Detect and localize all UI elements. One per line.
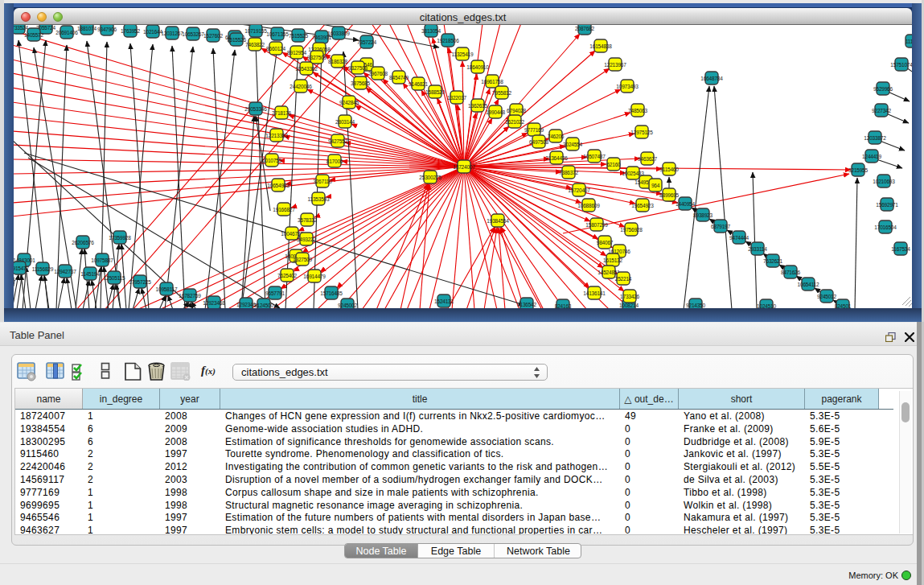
svg-text:746206: 746206 xyxy=(548,134,565,139)
svg-text:9463627: 9463627 xyxy=(638,156,657,162)
svg-text:11121: 11121 xyxy=(906,39,912,44)
svg-text:9115460: 9115460 xyxy=(659,167,679,172)
svg-text:964: 964 xyxy=(651,183,660,188)
svg-text:8454749: 8454749 xyxy=(389,75,409,80)
svg-text:1292346: 1292346 xyxy=(236,302,256,307)
svg-text:1588520: 1588520 xyxy=(425,89,445,95)
svg-text:1440954: 1440954 xyxy=(676,201,695,207)
svg-text:16782759: 16782759 xyxy=(179,293,201,299)
svg-text:7463822: 7463822 xyxy=(245,42,265,47)
svg-text:9427552: 9427552 xyxy=(328,138,347,144)
svg-text:7625402: 7625402 xyxy=(277,273,297,278)
svg-text:10210693: 10210693 xyxy=(873,179,895,184)
svg-text:1881074: 1881074 xyxy=(77,26,97,31)
svg-text:10719155: 10719155 xyxy=(244,28,267,34)
svg-text:3578332: 3578332 xyxy=(298,217,317,223)
svg-text:15720407: 15720407 xyxy=(568,187,590,193)
svg-text:9214350: 9214350 xyxy=(686,303,705,308)
svg-text:2803144: 2803144 xyxy=(335,119,355,125)
svg-text:10973493: 10973493 xyxy=(616,84,639,89)
svg-text:984067: 984067 xyxy=(597,240,614,245)
svg-text:1763952: 1763952 xyxy=(121,28,140,34)
svg-text:8186328: 8186328 xyxy=(328,59,347,64)
svg-text:16648784: 16648784 xyxy=(700,76,723,81)
svg-text:9327508: 9327508 xyxy=(348,65,368,71)
svg-text:10654983: 10654983 xyxy=(267,183,290,188)
svg-text:12213967: 12213967 xyxy=(604,62,626,68)
svg-text:7632621: 7632621 xyxy=(763,258,782,264)
svg-text:16914479: 16914479 xyxy=(303,274,326,279)
svg-text:19654923: 19654923 xyxy=(631,203,654,208)
svg-text:12033872: 12033872 xyxy=(864,135,886,141)
svg-text:7515526: 7515526 xyxy=(227,37,246,43)
svg-text:1145194: 1145194 xyxy=(80,271,100,277)
svg-text:9245012: 9245012 xyxy=(817,294,836,299)
svg-text:3813054: 3813054 xyxy=(421,28,441,34)
svg-text:12923468: 12923468 xyxy=(203,300,225,306)
svg-text:1615132: 1615132 xyxy=(603,257,622,263)
svg-text:9227342: 9227342 xyxy=(872,108,891,113)
svg-text:11353593: 11353593 xyxy=(308,196,330,202)
svg-text:3267110: 3267110 xyxy=(313,179,332,184)
svg-text:6879197: 6879197 xyxy=(711,224,730,229)
svg-text:17359928: 17359928 xyxy=(109,235,131,241)
svg-text:11156829: 11156829 xyxy=(32,266,54,272)
svg-text:29053346: 29053346 xyxy=(244,106,267,112)
svg-text:26206576: 26206576 xyxy=(72,240,94,245)
svg-text:9915477: 9915477 xyxy=(14,266,30,271)
svg-text:8899695: 8899695 xyxy=(659,192,679,198)
svg-text:8124500: 8124500 xyxy=(254,303,273,308)
svg-text:24420046: 24420046 xyxy=(290,84,312,89)
svg-text:12975125: 12975125 xyxy=(630,130,653,135)
svg-text:18724007: 18724007 xyxy=(453,164,475,170)
svg-text:1524131: 1524131 xyxy=(434,299,454,304)
svg-text:10671355: 10671355 xyxy=(266,31,289,37)
svg-text:10654112: 10654112 xyxy=(798,282,819,287)
svg-text:2087682: 2087682 xyxy=(575,26,594,31)
svg-text:62160: 62160 xyxy=(606,162,621,167)
svg-text:25300275: 25300275 xyxy=(419,175,441,180)
svg-text:1733524: 1733524 xyxy=(14,25,29,31)
svg-text:3215955: 3215955 xyxy=(848,167,868,173)
svg-text:9347906: 9347906 xyxy=(97,27,117,32)
svg-text:3024554: 3024554 xyxy=(563,142,582,147)
svg-text:252214: 252214 xyxy=(615,276,632,282)
svg-text:8912954: 8912954 xyxy=(287,50,306,56)
svg-text:1733426: 1733426 xyxy=(620,294,639,299)
svg-text:11325419: 11325419 xyxy=(452,51,474,57)
svg-text:16961758: 16961758 xyxy=(481,79,503,84)
svg-text:6794028: 6794028 xyxy=(507,108,526,113)
svg-text:2718176: 2718176 xyxy=(272,110,291,116)
svg-text:10688609: 10688609 xyxy=(577,203,600,208)
svg-text:7386372: 7386372 xyxy=(559,170,578,175)
svg-text:9474444: 9474444 xyxy=(729,235,749,241)
svg-text:7515525: 7515525 xyxy=(289,33,308,39)
svg-text:1405572: 1405572 xyxy=(24,32,43,38)
svg-text:19166827: 19166827 xyxy=(273,207,295,212)
svg-text:9777169: 9777169 xyxy=(524,127,544,133)
svg-text:12505115: 12505115 xyxy=(104,275,125,281)
svg-text:15751074: 15751074 xyxy=(890,62,912,68)
svg-text:21364436: 21364436 xyxy=(545,155,568,161)
svg-text:5493222: 5493222 xyxy=(297,237,316,242)
svg-text:10653267: 10653267 xyxy=(182,31,204,37)
svg-text:2967608: 2967608 xyxy=(368,71,388,76)
svg-text:12942737: 12942737 xyxy=(54,269,76,274)
svg-text:17957225: 17957225 xyxy=(129,279,151,285)
svg-text:3875685: 3875685 xyxy=(351,80,370,86)
svg-text:1021644: 1021644 xyxy=(143,29,162,35)
svg-text:1322037: 1322037 xyxy=(447,95,466,101)
svg-text:9146821: 9146821 xyxy=(409,81,428,87)
svg-text:1990448: 1990448 xyxy=(486,109,505,115)
svg-text:16033809: 16033809 xyxy=(327,31,350,36)
svg-text:1244419: 1244419 xyxy=(862,154,881,159)
svg-text:15807299: 15807299 xyxy=(585,222,608,228)
svg-text:1527602: 1527602 xyxy=(203,33,223,39)
svg-text:19218506: 19218506 xyxy=(437,38,459,43)
svg-text:9657791: 9657791 xyxy=(265,290,285,296)
svg-text:1327509: 1327509 xyxy=(293,257,312,262)
svg-text:10507487: 10507487 xyxy=(583,154,606,159)
svg-text:8471626: 8471626 xyxy=(781,270,800,275)
svg-text:9245002: 9245002 xyxy=(338,303,357,308)
svg-text:8660124: 8660124 xyxy=(266,46,285,51)
